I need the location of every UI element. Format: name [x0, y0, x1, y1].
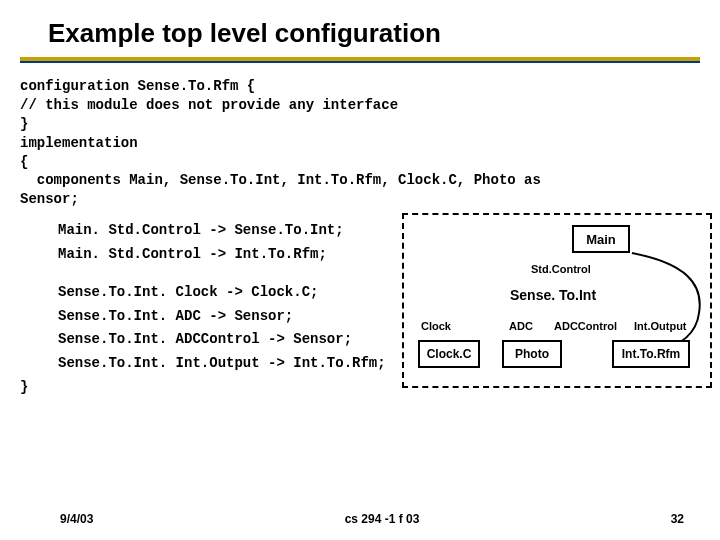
code-line: Sense.To.Int. ADC -> Sensor;	[58, 308, 293, 324]
footer-course: cs 294 -1 f 03	[345, 512, 420, 526]
code-line: Sensor;	[20, 191, 79, 207]
stdcontrol-label: Std.Control	[531, 263, 591, 275]
code-block-top: configuration Sense.To.Rfm { // this mod…	[0, 63, 720, 209]
adccontrol-label: ADCControl	[554, 320, 617, 332]
clock-label: Clock	[421, 320, 451, 332]
footer-date: 9/4/03	[60, 512, 93, 526]
code-line: components Main, Sense.To.Int, Int.To.Rf…	[20, 172, 541, 188]
code-line: implementation	[20, 135, 138, 151]
code-line: Sense.To.Int. Int.Output -> Int.To.Rfm;	[58, 355, 386, 371]
inttorfm-box: Int.To.Rfm	[612, 340, 690, 368]
footer-page-number: 32	[671, 512, 684, 526]
adc-label: ADC	[509, 320, 533, 332]
sensetoint-label: Sense. To.Int	[510, 287, 596, 303]
clockc-box: Clock.C	[418, 340, 480, 368]
code-line: // this module does not provide any inte…	[20, 97, 398, 113]
code-line: Main. Std.Control -> Sense.To.Int;	[58, 222, 344, 238]
slide-title: Example top level configuration	[0, 0, 720, 55]
code-line: Sense.To.Int. Clock -> Clock.C;	[58, 284, 318, 300]
code-line: {	[20, 154, 28, 170]
code-line: }	[20, 116, 28, 132]
code-block-left: Main. Std.Control -> Sense.To.Int;Main. …	[20, 219, 398, 397]
component-diagram: Main Std.Control Sense. To.Int Clock ADC…	[402, 213, 712, 388]
photo-box: Photo	[502, 340, 562, 368]
code-line: Sense.To.Int. ADCControl -> Sensor;	[58, 331, 352, 347]
slide-footer: 9/4/03 cs 294 -1 f 03 32	[0, 512, 720, 526]
intoutput-label: Int.Output	[634, 320, 687, 332]
code-line: Main. Std.Control -> Int.To.Rfm;	[58, 246, 327, 262]
code-line: configuration Sense.To.Rfm {	[20, 78, 255, 94]
lower-section: Main. Std.Control -> Sense.To.Int;Main. …	[0, 209, 720, 397]
code-line: }	[20, 379, 28, 395]
main-box: Main	[572, 225, 630, 253]
